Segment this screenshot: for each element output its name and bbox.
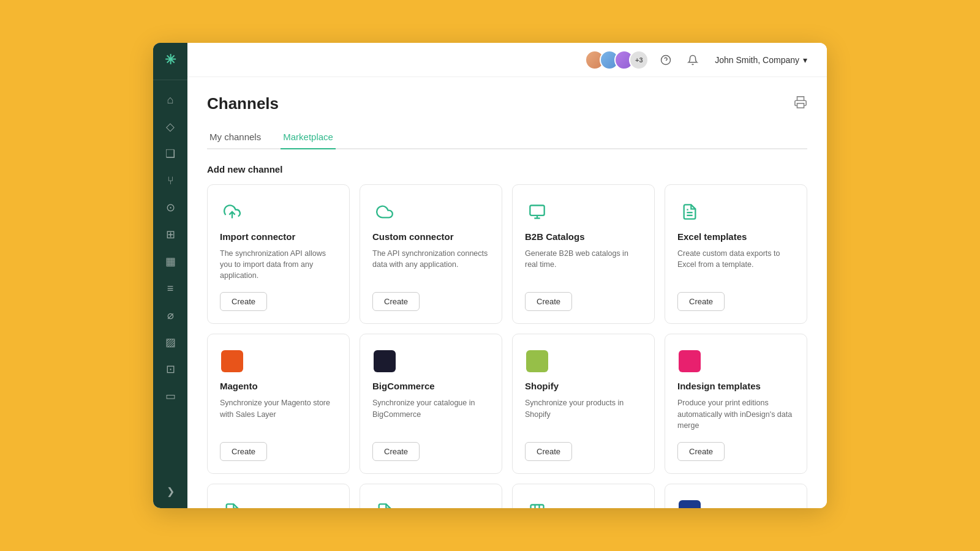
b2b-catalogs-create-button[interactable]: Create — [525, 292, 572, 311]
logo-icon: ✳ — [165, 52, 176, 68]
user-name: John Smith, Company — [715, 55, 799, 65]
excel-templates-icon — [677, 200, 702, 224]
section-title: Add new channel — [207, 164, 807, 174]
header-avatars: +3 — [585, 50, 649, 70]
sidebar-collapse-button[interactable]: ❯ — [153, 479, 187, 503]
card-custom-connector: Custom connector The API synchronization… — [360, 184, 502, 324]
magento-icon — [220, 349, 244, 373]
tab-marketplace[interactable]: Marketplace — [281, 126, 336, 149]
notification-icon[interactable] — [683, 50, 703, 70]
sidebar-item-chat[interactable]: ▭ — [158, 384, 183, 408]
tabs: My channels Marketplace — [207, 126, 807, 149]
csv-export-icon — [220, 499, 244, 508]
page-content: Channels My channels Marketplace Add new… — [187, 77, 827, 508]
custom-connector-name: Custom connector — [372, 231, 489, 242]
sidebar-item-link[interactable]: ⌀ — [158, 303, 183, 328]
lengow-icon — [677, 499, 702, 508]
excel-templates-desc: Create custom data exports to Excel from… — [677, 248, 794, 281]
sidebar-nav: ⌂ ◇ ❑ ⑂ ⊙ ⊞ ▦ ≡ ⌀ ▨ ⊡ ▭ — [158, 83, 183, 479]
magento-name: Magento — [220, 381, 337, 391]
card-excel-export-template: Excel Export from template Create custom… — [360, 484, 502, 508]
excel-export-template-icon — [372, 499, 397, 508]
instant-catalog-icon — [525, 499, 549, 508]
import-connector-name: Import connector — [220, 231, 337, 242]
tab-my-channels[interactable]: My channels — [207, 126, 263, 149]
import-connector-desc: The synchronization API allows you to im… — [220, 248, 337, 281]
card-lengow: Lengow product catalogue Connect your pr… — [665, 484, 807, 508]
cards-grid: Import connector The synchronization API… — [207, 184, 807, 508]
help-icon[interactable] — [656, 50, 676, 70]
shopify-create-button[interactable]: Create — [525, 442, 572, 461]
print-icon[interactable] — [794, 96, 807, 112]
bigcommerce-icon — [372, 349, 397, 373]
card-indesign-templates: Indesign templates Produce your print ed… — [665, 334, 807, 473]
sidebar-item-grid[interactable]: ⊞ — [158, 222, 183, 247]
import-connector-create-button[interactable]: Create — [220, 292, 267, 311]
card-magento: Magento Synchronize your Magento store w… — [207, 334, 350, 473]
sidebar-item-layers[interactable]: ❑ — [158, 141, 183, 166]
indesign-templates-icon — [677, 349, 702, 373]
indesign-templates-name: Indesign templates — [677, 381, 794, 391]
b2b-catalogs-desc: Generate B2B web catalogs in real time. — [525, 248, 642, 281]
sidebar-item-home[interactable]: ⌂ — [158, 88, 183, 112]
sidebar: ✳ ⌂ ◇ ❑ ⑂ ⊙ ⊞ ▦ ≡ ⌀ ▨ ⊡ ▭ ❯ — [153, 43, 187, 508]
sidebar-item-tag[interactable]: ◇ — [158, 114, 183, 139]
sidebar-item-chart[interactable]: ▦ — [158, 249, 183, 274]
sidebar-divider — [153, 80, 187, 80]
card-excel-templates: Excel templates Create custom data expor… — [665, 184, 807, 324]
user-chevron: ▾ — [803, 55, 807, 65]
custom-connector-icon — [372, 200, 397, 224]
shopify-name: Shopify — [525, 381, 642, 391]
card-bigcommerce: BigCommerce Synchronize your catalogue i… — [360, 334, 502, 473]
page-title: Channels — [207, 94, 279, 113]
sidebar-item-folder[interactable]: ⊡ — [158, 357, 183, 381]
header: +3 John Smith, Company ▾ — [187, 43, 827, 77]
sidebar-item-git[interactable]: ⑂ — [158, 168, 183, 193]
b2b-catalogs-icon — [525, 200, 549, 224]
card-import-connector: Import connector The synchronization API… — [207, 184, 350, 324]
import-connector-icon — [220, 200, 244, 224]
magento-create-button[interactable]: Create — [220, 442, 267, 461]
sidebar-logo[interactable]: ✳ — [153, 43, 187, 77]
card-shopify: Shopify Synchronize your products in Sho… — [512, 334, 655, 473]
svg-rect-4 — [530, 206, 544, 216]
svg-rect-2 — [797, 103, 804, 108]
app-window: ✳ ⌂ ◇ ❑ ⑂ ⊙ ⊞ ▦ ≡ ⌀ ▨ ⊡ ▭ ❯ +3 — [153, 43, 827, 508]
card-instant-catalog: Instant Catalog Generate and share digit… — [512, 484, 655, 508]
indesign-templates-desc: Produce your print editions automaticall… — [677, 397, 794, 430]
sidebar-item-image[interactable]: ▨ — [158, 330, 183, 354]
sidebar-item-stack[interactable]: ≡ — [158, 276, 183, 301]
indesign-templates-create-button[interactable]: Create — [677, 442, 725, 461]
sidebar-item-location[interactable]: ⊙ — [158, 195, 183, 220]
custom-connector-create-button[interactable]: Create — [372, 292, 420, 311]
magento-desc: Synchronize your Magento store with Sale… — [220, 397, 337, 430]
avatar-extra-count: +3 — [629, 50, 649, 70]
card-csv-export: CSV Export Create custom data exports, t… — [207, 484, 350, 508]
main-content: +3 John Smith, Company ▾ Channels — [187, 43, 827, 508]
excel-templates-create-button[interactable]: Create — [677, 292, 725, 311]
bigcommerce-name: BigCommerce — [372, 381, 489, 391]
b2b-catalogs-name: B2B Catalogs — [525, 231, 642, 242]
bigcommerce-desc: Synchronize your catalogue in BigCommerc… — [372, 397, 489, 430]
card-b2b-catalogs: B2B Catalogs Generate B2B web catalogs i… — [512, 184, 655, 324]
page-header: Channels — [207, 94, 807, 113]
shopify-desc: Synchronize your products in Shopify — [525, 397, 642, 430]
excel-templates-name: Excel templates — [677, 231, 794, 242]
custom-connector-desc: The API synchronization connects data wi… — [372, 248, 489, 281]
svg-rect-14 — [531, 504, 544, 508]
bigcommerce-create-button[interactable]: Create — [372, 442, 420, 461]
shopify-icon — [525, 349, 549, 373]
user-menu[interactable]: John Smith, Company ▾ — [710, 53, 812, 67]
